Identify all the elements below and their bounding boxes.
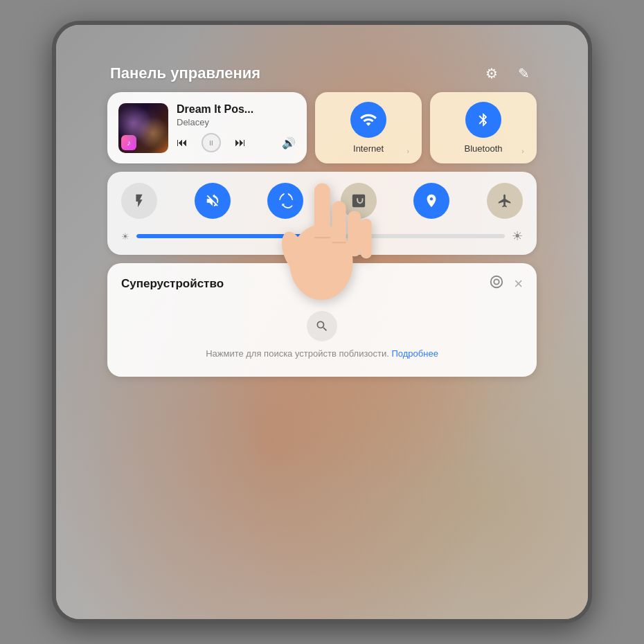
brightness-min-icon: ☀ — [121, 231, 129, 242]
actions-card: ☀ ☀ — [107, 172, 537, 255]
super-device-link[interactable]: Подробнее — [391, 348, 438, 359]
top-row: ♪ Dream It Pos... Delacey ⏮ ⏸ ⏭ 🔊 — [107, 92, 537, 163]
sound-icon: 🔊 — [282, 136, 296, 150]
super-device-body: Нажмите для поиска устройств поблизости.… — [121, 304, 523, 366]
rotate-button[interactable] — [267, 183, 303, 219]
location-button[interactable] — [413, 183, 449, 219]
brightness-row: ☀ ☀ — [121, 229, 523, 244]
super-device-hint: Нажмите для поиска устройств поблизости.… — [206, 348, 438, 359]
bluetooth-icon — [465, 102, 501, 138]
device-search-icon[interactable] — [307, 311, 337, 341]
internet-label: Internet — [353, 143, 384, 154]
super-device-header: Суперустройство × — [121, 274, 523, 293]
super-device-action-icons: × — [489, 274, 523, 293]
super-device-close-icon[interactable]: × — [514, 275, 523, 293]
super-device-settings-icon[interactable] — [489, 274, 504, 293]
flashlight-button[interactable] — [121, 183, 157, 219]
internet-icon — [350, 102, 386, 138]
nebula-bg — [118, 103, 168, 153]
media-artist: Delacey — [177, 117, 296, 127]
nfc-button[interactable] — [341, 183, 377, 219]
mute-button[interactable] — [195, 183, 231, 219]
svg-point-1 — [491, 276, 503, 288]
media-controls: ⏮ ⏸ ⏭ 🔊 — [177, 133, 296, 152]
svg-point-0 — [494, 279, 499, 284]
actions-row — [121, 183, 523, 219]
prev-button[interactable]: ⏮ — [177, 136, 188, 149]
airplane-button[interactable] — [487, 183, 523, 219]
media-card: ♪ Dream It Pos... Delacey ⏮ ⏸ ⏭ 🔊 — [107, 92, 307, 163]
media-info: Dream It Pos... Delacey ⏮ ⏸ ⏭ 🔊 — [177, 103, 296, 152]
device-frame: Панель управления ⚙ ✎ ♪ Dream It Pos... … — [52, 21, 592, 623]
control-panel: Панель управления ⚙ ✎ ♪ Dream It Pos... … — [107, 63, 537, 377]
brightness-track[interactable] — [136, 234, 505, 238]
bluetooth-toggle[interactable]: Bluetooth › — [430, 92, 537, 163]
bluetooth-label: Bluetooth — [465, 143, 503, 154]
brightness-fill — [136, 234, 339, 238]
edit-icon[interactable]: ✎ — [513, 63, 534, 84]
internet-arrow: › — [402, 145, 413, 156]
media-title: Dream It Pos... — [177, 103, 296, 116]
brightness-max-icon: ☀ — [512, 229, 523, 244]
bluetooth-arrow: › — [517, 145, 528, 156]
album-art: ♪ — [118, 103, 168, 153]
play-button[interactable]: ⏸ — [202, 133, 221, 152]
settings-icon[interactable]: ⚙ — [481, 63, 502, 84]
panel-header: Панель управления ⚙ ✎ — [107, 63, 537, 84]
super-device-title: Суперустройство — [121, 277, 224, 291]
header-icons: ⚙ ✎ — [481, 63, 534, 84]
internet-toggle[interactable]: Internet › — [315, 92, 422, 163]
super-device-card: Суперустройство × — [107, 263, 537, 377]
panel-title: Панель управления — [110, 64, 260, 82]
next-button[interactable]: ⏭ — [235, 136, 246, 149]
